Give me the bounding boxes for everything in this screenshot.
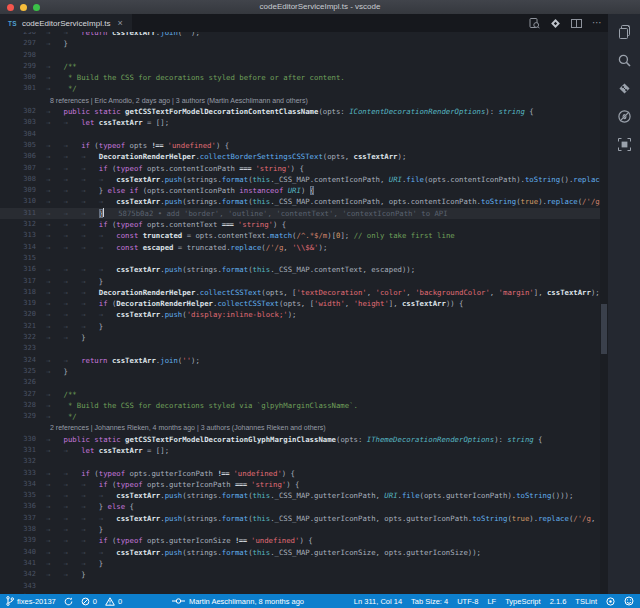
smiley-icon[interactable] <box>624 596 634 606</box>
code-line[interactable]: 308→→→→cssTextArr.push(strings.format(th… <box>0 174 600 185</box>
tab-whitespace-icon: → <box>46 468 64 479</box>
code-editor[interactable]: 296→→return cssTextArr.join('');297→}298… <box>0 32 608 594</box>
git-branch-status[interactable]: fixes-20137 <box>6 596 56 606</box>
code-line[interactable]: 341→→→} <box>0 558 600 569</box>
code-line[interactable]: 321→→→} <box>0 321 600 332</box>
code-line[interactable]: 326 <box>0 377 600 388</box>
codelens-text[interactable]: 8 references | Eric Amodio, 2 days ago |… <box>50 97 308 104</box>
status-item-tslint[interactable]: TSLint <box>575 597 597 606</box>
codelens-row[interactable]: 8 references | Eric Amodio, 2 days ago |… <box>0 95 600 106</box>
code-line[interactable]: 325→} <box>0 366 600 377</box>
code-line[interactable]: 316→→→→cssTextArr.push(strings.format(th… <box>0 264 600 275</box>
sidebar-item-explorer[interactable] <box>608 18 640 46</box>
code-line[interactable]: 303→→let cssTextArr = []; <box>0 117 600 128</box>
code-line[interactable]: 299→/** <box>0 61 600 72</box>
code-line[interactable]: 336→→→} else { <box>0 501 600 512</box>
status-item-utf-8[interactable]: UTF-8 <box>457 597 478 606</box>
feedback-icon[interactable] <box>606 597 615 606</box>
code-line[interactable]: 310→→→→cssTextArr.push(strings.format(th… <box>0 196 600 207</box>
code-line[interactable]: 312→→→if (typeof opts.contentText === 's… <box>0 219 600 230</box>
status-item-2-1-6[interactable]: 2.1.6 <box>550 597 567 606</box>
code-line[interactable]: 322→→} <box>0 332 600 343</box>
codelens-row[interactable]: 2 references | Johannes Rieken, 4 months… <box>0 422 600 433</box>
editor-scrollbar[interactable] <box>600 50 608 594</box>
activity-bar <box>608 14 640 594</box>
code-line[interactable]: 342→→} <box>0 569 600 580</box>
tab-whitespace-icon: → <box>81 219 99 230</box>
code-line[interactable]: 320→→→→cssTextArr.push('display:inline-b… <box>0 309 600 320</box>
gitlens-blame-icon[interactable] <box>550 18 561 29</box>
code-line[interactable]: 319→→→if (DecorationRenderHelper.collect… <box>0 298 600 309</box>
code-line[interactable]: 334→→→if (typeof opts.gutterIconPath ===… <box>0 479 600 490</box>
code-line[interactable]: 311→→→}5875b0a2 • add 'border', 'outline… <box>0 208 600 219</box>
code-line[interactable]: 330→public static getCSSTextForModelDeco… <box>0 434 600 445</box>
code-line[interactable]: 339→→→if (typeof opts.gutterIconSize !==… <box>0 535 600 546</box>
code-line[interactable]: 298 <box>0 50 600 61</box>
code-line[interactable]: 327→/** <box>0 389 600 400</box>
code-line[interactable]: 297→} <box>0 38 600 49</box>
code-line[interactable]: 301→ */ <box>0 83 600 94</box>
split-editor-icon[interactable] <box>571 18 582 29</box>
sidebar-item-search[interactable] <box>608 46 640 74</box>
tab-whitespace-icon: → <box>64 558 82 569</box>
errors-status[interactable]: 0 <box>81 597 97 606</box>
open-preview-icon[interactable] <box>529 18 540 29</box>
code-line[interactable]: 331→→let cssTextArr = []; <box>0 445 600 456</box>
tab-whitespace-icon: → <box>46 219 64 230</box>
warnings-status[interactable]: 0 <box>105 597 122 606</box>
line-number: 338 <box>0 524 36 535</box>
code-line[interactable]: 315 <box>0 253 600 264</box>
tab-whitespace-icon: → <box>46 524 64 535</box>
code-line[interactable]: 332 <box>0 456 600 467</box>
code-line[interactable]: 305→→if (typeof opts !== 'undefined') { <box>0 140 600 151</box>
code-line[interactable]: 329→ */ <box>0 411 600 422</box>
tab-whitespace-icon: → <box>46 287 64 298</box>
close-tab-icon[interactable]: × <box>117 18 122 28</box>
scrollbar-thumb[interactable] <box>601 304 607 354</box>
code-line[interactable]: 333→→if (typeof opts.gutterIconPath !== … <box>0 468 600 479</box>
typescript-file-icon: TS <box>8 20 17 27</box>
status-item-tab-size-4[interactable]: Tab Size: 4 <box>411 597 448 606</box>
sidebar-item-extensions[interactable] <box>608 130 640 158</box>
status-item-lf[interactable]: LF <box>487 597 496 606</box>
code-line[interactable]: 302→public static getCSSTextForModelDeco… <box>0 106 600 117</box>
tab-whitespace-icon: → <box>99 174 117 185</box>
code-line[interactable]: 343 <box>0 581 600 592</box>
code-line[interactable]: 344→→return cssTextArr.join(''); <box>0 592 600 594</box>
sidebar-item-source-control[interactable] <box>608 74 640 102</box>
code-line[interactable]: 307→→→if (typeof opts.contentIconPath ==… <box>0 163 600 174</box>
code-line[interactable]: 324→→return cssTextArr.join(''); <box>0 355 600 366</box>
code-line[interactable]: 335→→→→cssTextArr.push(strings.format(th… <box>0 490 600 501</box>
line-number: 305 <box>0 140 36 151</box>
code-line[interactable]: 338→→→} <box>0 524 600 535</box>
status-item-ln-311-col-14[interactable]: Ln 311, Col 14 <box>354 597 402 606</box>
code-line[interactable]: 300→ * Build the CSS for decorations sty… <box>0 72 600 83</box>
status-item-typescript[interactable]: TypeScript <box>505 597 540 606</box>
code-line[interactable]: 309→→→} else if (opts.contentIconPath in… <box>0 185 600 196</box>
sync-button[interactable] <box>64 597 73 606</box>
line-number: 314 <box>0 242 36 253</box>
code-line[interactable]: 306→→→DecorationRenderHelper.collectBord… <box>0 151 600 162</box>
tab-whitespace-icon: → <box>46 38 64 49</box>
code-line[interactable]: 340→→→→cssTextArr.push(strings.format(th… <box>0 547 600 558</box>
tab-whitespace-icon: → <box>46 535 64 546</box>
code-line[interactable]: 337→→→→cssTextArr.push(strings.format(th… <box>0 513 600 524</box>
codelens-text[interactable]: 2 references | Johannes Rieken, 4 months… <box>50 424 326 431</box>
tab-whitespace-icon: → <box>46 72 64 83</box>
code-line[interactable]: 304 <box>0 129 600 140</box>
tab-whitespace-icon: → <box>46 264 64 275</box>
code-line[interactable]: 318→→→DecorationRenderHelper.collectCSST… <box>0 287 600 298</box>
code-line[interactable]: 314→→→→const escaped = truncated.replace… <box>0 242 600 253</box>
line-number: 312 <box>0 219 36 230</box>
sidebar-item-debug[interactable] <box>608 102 640 130</box>
code-line[interactable]: 313→→→→const truncated = opts.contentTex… <box>0 230 600 241</box>
gitlens-blame-status[interactable]: Martin Aeschlimann, 8 months ago <box>189 597 304 606</box>
code-line[interactable]: 328→ * Build the CSS for decorations sty… <box>0 400 600 411</box>
tab-codeEditorServiceImpl[interactable]: TS codeEditorServiceImpl.ts × <box>0 14 132 32</box>
code-line[interactable]: 317→→→} <box>0 276 600 287</box>
tab-whitespace-icon: → <box>46 445 64 456</box>
git-branch-icon <box>6 596 14 606</box>
code-line[interactable]: 323 <box>0 343 600 354</box>
more-actions-icon[interactable]: ⋯ <box>592 18 602 28</box>
tab-whitespace-icon: → <box>81 490 99 501</box>
